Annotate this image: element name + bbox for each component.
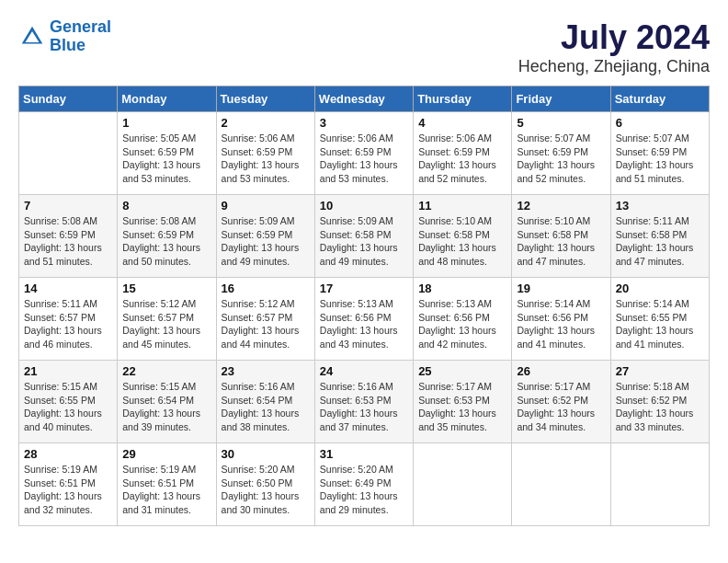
calendar-cell: 23Sunrise: 5:16 AM Sunset: 6:54 PM Dayli… bbox=[216, 361, 314, 443]
calendar-cell: 17Sunrise: 5:13 AM Sunset: 6:56 PM Dayli… bbox=[314, 278, 413, 361]
day-number: 15 bbox=[122, 282, 210, 295]
day-number: 4 bbox=[418, 116, 506, 130]
day-info: Sunrise: 5:14 AM Sunset: 6:56 PM Dayligh… bbox=[517, 297, 605, 351]
weekday-header: Sunday bbox=[19, 86, 118, 112]
day-info: Sunrise: 5:12 AM Sunset: 6:57 PM Dayligh… bbox=[122, 297, 210, 351]
day-number: 9 bbox=[222, 199, 310, 213]
day-info: Sunrise: 5:07 AM Sunset: 6:59 PM Dayligh… bbox=[616, 132, 704, 186]
day-number: 12 bbox=[517, 199, 605, 213]
calendar-cell: 28Sunrise: 5:19 AM Sunset: 6:51 PM Dayli… bbox=[19, 443, 118, 526]
day-number: 29 bbox=[122, 447, 210, 461]
weekday-header: Wednesday bbox=[314, 86, 413, 112]
day-info: Sunrise: 5:10 AM Sunset: 6:58 PM Dayligh… bbox=[418, 214, 506, 269]
day-info: Sunrise: 5:16 AM Sunset: 6:54 PM Dayligh… bbox=[222, 380, 310, 434]
day-info: Sunrise: 5:13 AM Sunset: 6:56 PM Dayligh… bbox=[320, 297, 408, 351]
day-number: 17 bbox=[320, 282, 408, 295]
calendar-cell: 8Sunrise: 5:08 AM Sunset: 6:59 PM Daylig… bbox=[118, 195, 216, 278]
day-number: 13 bbox=[616, 199, 704, 213]
day-number: 21 bbox=[24, 364, 112, 378]
day-number: 14 bbox=[24, 282, 112, 295]
day-info: Sunrise: 5:09 AM Sunset: 6:59 PM Dayligh… bbox=[222, 214, 310, 269]
calendar-cell: 30Sunrise: 5:20 AM Sunset: 6:50 PM Dayli… bbox=[216, 443, 314, 526]
day-number: 10 bbox=[320, 199, 408, 213]
day-info: Sunrise: 5:19 AM Sunset: 6:51 PM Dayligh… bbox=[122, 463, 210, 517]
day-info: Sunrise: 5:11 AM Sunset: 6:57 PM Dayligh… bbox=[24, 297, 112, 351]
calendar-cell bbox=[414, 443, 512, 526]
day-number: 3 bbox=[320, 116, 408, 130]
calendar-cell: 31Sunrise: 5:20 AM Sunset: 6:49 PM Dayli… bbox=[314, 443, 413, 526]
weekday-header: Thursday bbox=[414, 86, 512, 112]
day-info: Sunrise: 5:15 AM Sunset: 6:55 PM Dayligh… bbox=[24, 380, 112, 434]
day-info: Sunrise: 5:15 AM Sunset: 6:54 PM Dayligh… bbox=[122, 380, 210, 434]
logo-general: General bbox=[50, 17, 111, 36]
day-number: 5 bbox=[517, 116, 605, 130]
location-title: Hecheng, Zhejiang, China bbox=[518, 57, 710, 76]
day-number: 8 bbox=[122, 199, 210, 213]
day-number: 27 bbox=[616, 364, 704, 378]
calendar-cell: 3Sunrise: 5:06 AM Sunset: 6:59 PM Daylig… bbox=[314, 112, 413, 195]
day-info: Sunrise: 5:19 AM Sunset: 6:51 PM Dayligh… bbox=[24, 463, 112, 517]
calendar-week-row: 21Sunrise: 5:15 AM Sunset: 6:55 PM Dayli… bbox=[19, 361, 710, 443]
calendar-week-row: 1Sunrise: 5:05 AM Sunset: 6:59 PM Daylig… bbox=[19, 112, 710, 195]
day-info: Sunrise: 5:13 AM Sunset: 6:56 PM Dayligh… bbox=[418, 297, 506, 351]
calendar-cell: 21Sunrise: 5:15 AM Sunset: 6:55 PM Dayli… bbox=[19, 361, 118, 443]
calendar-cell: 25Sunrise: 5:17 AM Sunset: 6:53 PM Dayli… bbox=[414, 361, 512, 443]
day-number: 1 bbox=[122, 116, 210, 130]
calendar-week-row: 14Sunrise: 5:11 AM Sunset: 6:57 PM Dayli… bbox=[19, 278, 710, 361]
page-header: General Blue July 2024 Hecheng, Zhejiang… bbox=[18, 18, 710, 76]
calendar-cell: 15Sunrise: 5:12 AM Sunset: 6:57 PM Dayli… bbox=[118, 278, 216, 361]
calendar-cell: 12Sunrise: 5:10 AM Sunset: 6:58 PM Dayli… bbox=[512, 195, 610, 278]
day-number: 25 bbox=[418, 364, 506, 378]
month-title: July 2024 bbox=[518, 18, 710, 57]
logo-blue: Blue bbox=[50, 36, 85, 54]
day-info: Sunrise: 5:17 AM Sunset: 6:53 PM Dayligh… bbox=[418, 380, 506, 434]
day-info: Sunrise: 5:09 AM Sunset: 6:58 PM Dayligh… bbox=[320, 214, 408, 269]
calendar-cell: 24Sunrise: 5:16 AM Sunset: 6:53 PM Dayli… bbox=[314, 361, 413, 443]
day-info: Sunrise: 5:07 AM Sunset: 6:59 PM Dayligh… bbox=[517, 132, 605, 186]
calendar-cell: 18Sunrise: 5:13 AM Sunset: 6:56 PM Dayli… bbox=[414, 278, 512, 361]
calendar-week-row: 7Sunrise: 5:08 AM Sunset: 6:59 PM Daylig… bbox=[19, 195, 710, 278]
calendar-week-row: 28Sunrise: 5:19 AM Sunset: 6:51 PM Dayli… bbox=[19, 443, 710, 526]
calendar-cell: 1Sunrise: 5:05 AM Sunset: 6:59 PM Daylig… bbox=[118, 112, 216, 195]
calendar-cell: 6Sunrise: 5:07 AM Sunset: 6:59 PM Daylig… bbox=[610, 112, 709, 195]
calendar-cell: 22Sunrise: 5:15 AM Sunset: 6:54 PM Dayli… bbox=[118, 361, 216, 443]
calendar-cell: 13Sunrise: 5:11 AM Sunset: 6:58 PM Dayli… bbox=[610, 195, 709, 278]
logo: General Blue bbox=[18, 18, 111, 55]
day-number: 2 bbox=[222, 116, 310, 130]
weekday-header: Monday bbox=[118, 86, 216, 112]
day-info: Sunrise: 5:08 AM Sunset: 6:59 PM Dayligh… bbox=[24, 214, 112, 269]
day-info: Sunrise: 5:08 AM Sunset: 6:59 PM Dayligh… bbox=[122, 214, 210, 269]
weekday-header: Friday bbox=[512, 86, 610, 112]
calendar-cell: 11Sunrise: 5:10 AM Sunset: 6:58 PM Dayli… bbox=[414, 195, 512, 278]
day-info: Sunrise: 5:14 AM Sunset: 6:55 PM Dayligh… bbox=[616, 297, 704, 351]
day-info: Sunrise: 5:06 AM Sunset: 6:59 PM Dayligh… bbox=[320, 132, 408, 186]
calendar-cell: 20Sunrise: 5:14 AM Sunset: 6:55 PM Dayli… bbox=[610, 278, 709, 361]
day-number: 31 bbox=[320, 447, 408, 461]
day-number: 30 bbox=[222, 447, 310, 461]
title-area: July 2024 Hecheng, Zhejiang, China bbox=[518, 18, 710, 76]
day-number: 24 bbox=[320, 364, 408, 378]
calendar-cell: 19Sunrise: 5:14 AM Sunset: 6:56 PM Dayli… bbox=[512, 278, 610, 361]
calendar-cell: 4Sunrise: 5:06 AM Sunset: 6:59 PM Daylig… bbox=[414, 112, 512, 195]
calendar-cell: 9Sunrise: 5:09 AM Sunset: 6:59 PM Daylig… bbox=[216, 195, 314, 278]
logo-text: General Blue bbox=[50, 18, 111, 55]
day-info: Sunrise: 5:18 AM Sunset: 6:52 PM Dayligh… bbox=[616, 380, 704, 434]
day-info: Sunrise: 5:06 AM Sunset: 6:59 PM Dayligh… bbox=[222, 132, 310, 186]
calendar-header-row: SundayMondayTuesdayWednesdayThursdayFrid… bbox=[19, 86, 710, 112]
day-number: 18 bbox=[418, 282, 506, 295]
day-info: Sunrise: 5:06 AM Sunset: 6:59 PM Dayligh… bbox=[418, 132, 506, 186]
day-info: Sunrise: 5:05 AM Sunset: 6:59 PM Dayligh… bbox=[122, 132, 210, 186]
calendar-cell: 14Sunrise: 5:11 AM Sunset: 6:57 PM Dayli… bbox=[19, 278, 118, 361]
calendar-cell: 7Sunrise: 5:08 AM Sunset: 6:59 PM Daylig… bbox=[19, 195, 118, 278]
calendar-table: SundayMondayTuesdayWednesdayThursdayFrid… bbox=[18, 86, 710, 526]
day-number: 16 bbox=[222, 282, 310, 295]
weekday-header: Saturday bbox=[610, 86, 709, 112]
day-info: Sunrise: 5:20 AM Sunset: 6:49 PM Dayligh… bbox=[320, 463, 408, 517]
calendar-cell bbox=[19, 112, 118, 195]
day-number: 28 bbox=[24, 447, 112, 461]
day-number: 6 bbox=[616, 116, 704, 130]
day-number: 7 bbox=[24, 199, 112, 213]
weekday-header: Tuesday bbox=[216, 86, 314, 112]
day-number: 20 bbox=[616, 282, 704, 295]
calendar-cell: 5Sunrise: 5:07 AM Sunset: 6:59 PM Daylig… bbox=[512, 112, 610, 195]
